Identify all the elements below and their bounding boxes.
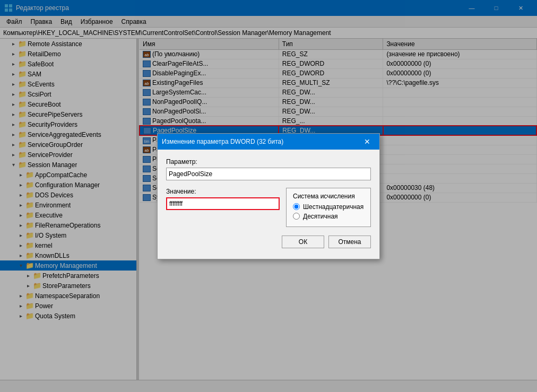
ok-button[interactable]: ОК — [282, 236, 324, 248]
radix-section: Система исчисления Шестнадцатеричная Дес… — [286, 188, 371, 227]
dialog-buttons: ОК Отмена — [166, 236, 371, 250]
param-input — [166, 168, 371, 180]
value-label: Значение: — [166, 188, 280, 195]
edit-dword-dialog: Изменение параметра DWORD (32 бита) ✕ Па… — [157, 133, 380, 259]
radix-label: Система исчисления — [293, 193, 364, 200]
radio-hex[interactable] — [293, 203, 300, 210]
param-label: Параметр: — [166, 158, 371, 165]
cancel-button[interactable]: Отмена — [328, 236, 371, 248]
radio-hex-label[interactable]: Шестнадцатеричная — [293, 203, 364, 211]
modal-overlay: Изменение параметра DWORD (32 бита) ✕ Па… — [0, 0, 537, 390]
radio-dec[interactable] — [293, 213, 300, 220]
dialog-middle-row: Значение: Система исчисления Шестнадцате… — [166, 188, 371, 227]
value-section: Значение: — [166, 188, 280, 210]
dialog-title: Изменение параметра DWORD (32 бита) — [162, 138, 359, 145]
radio-dec-text: Десятичная — [303, 213, 338, 220]
value-input[interactable] — [166, 197, 280, 210]
radio-hex-text: Шестнадцатеричная — [303, 203, 363, 211]
dialog-body: Параметр: Значение: Система исчисления Ш… — [158, 150, 379, 259]
dialog-close-button[interactable]: ✕ — [359, 134, 375, 150]
dialog-title-bar: Изменение параметра DWORD (32 бита) ✕ — [158, 134, 379, 150]
radio-dec-label[interactable]: Десятичная — [293, 213, 364, 220]
